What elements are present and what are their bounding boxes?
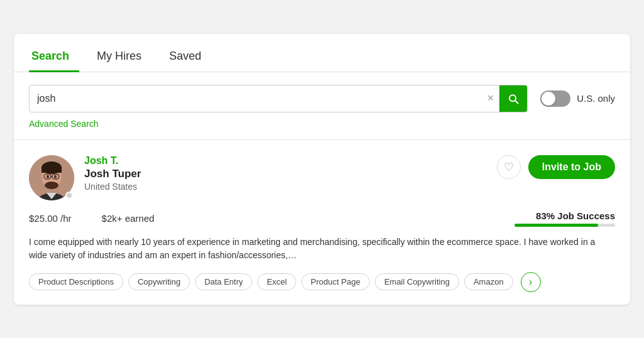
tab-my-hires[interactable]: My Hires: [94, 45, 152, 72]
save-heart-button[interactable]: ♡: [497, 155, 521, 179]
job-success: 83% Job Success: [514, 210, 615, 227]
freelancer-info: Josh T. Josh Tuper United States: [84, 155, 497, 192]
us-only-toggle[interactable]: [540, 90, 570, 107]
job-success-label: 83% Job Success: [514, 210, 615, 221]
stats-row: $25.00 /hr $2k+ earned 83% Job Success: [29, 210, 615, 227]
tab-search[interactable]: Search: [29, 45, 79, 72]
svg-point-5: [45, 182, 58, 189]
tag-email-copywriting[interactable]: Email Copywriting: [375, 273, 459, 290]
tag-amazon[interactable]: Amazon: [464, 273, 513, 290]
clear-button[interactable]: ×: [481, 92, 501, 105]
advanced-search-link[interactable]: Advanced Search: [29, 119, 99, 129]
invite-to-job-button[interactable]: Invite to Job: [528, 155, 615, 179]
total-earned: $2k+ earned: [102, 213, 155, 224]
job-success-bar: [514, 224, 615, 227]
search-input[interactable]: [30, 93, 481, 104]
svg-point-7: [54, 175, 57, 178]
toggle-label: U.S. only: [577, 93, 615, 104]
tags-row: Product Descriptions Copywriting Data En…: [29, 272, 615, 305]
svg-point-6: [47, 175, 49, 178]
search-section: × U.S. only Advanced Search: [14, 72, 630, 140]
search-button[interactable]: [499, 85, 527, 112]
online-status-dot: [65, 192, 73, 199]
search-row: × U.S. only: [29, 85, 615, 112]
toggle-knob: [541, 92, 555, 106]
svg-rect-4: [42, 166, 62, 173]
tag-product-page[interactable]: Product Page: [301, 273, 370, 290]
tabs-nav: Search My Hires Saved: [14, 34, 630, 72]
tag-copywriting[interactable]: Copywriting: [128, 273, 190, 290]
freelancer-card: Josh T. Josh Tuper United States ♡ Invit…: [14, 140, 630, 305]
job-success-fill: [514, 224, 598, 227]
tab-saved[interactable]: Saved: [167, 45, 211, 72]
card-header: Josh T. Josh Tuper United States ♡ Invit…: [29, 155, 615, 200]
avatar-wrap: [29, 155, 74, 200]
us-only-toggle-wrap: U.S. only: [540, 90, 615, 107]
tag-data-entry[interactable]: Data Entry: [195, 273, 252, 290]
tag-excel[interactable]: Excel: [257, 273, 296, 290]
search-input-wrap: ×: [29, 85, 528, 112]
hourly-rate: $25.00 /hr: [29, 213, 72, 224]
main-container: Search My Hires Saved × U.S. only: [14, 34, 630, 305]
tags-next-button[interactable]: ›: [521, 272, 541, 292]
search-icon: [507, 92, 519, 105]
freelancer-fullname: Josh Tuper: [84, 168, 497, 180]
freelancer-location: United States: [84, 182, 497, 192]
freelancer-bio: I come equipped with nearly 10 years of …: [29, 236, 615, 262]
freelancer-username[interactable]: Josh T.: [84, 155, 497, 166]
card-actions: ♡ Invite to Job: [497, 155, 615, 179]
tag-product-descriptions[interactable]: Product Descriptions: [29, 273, 123, 290]
